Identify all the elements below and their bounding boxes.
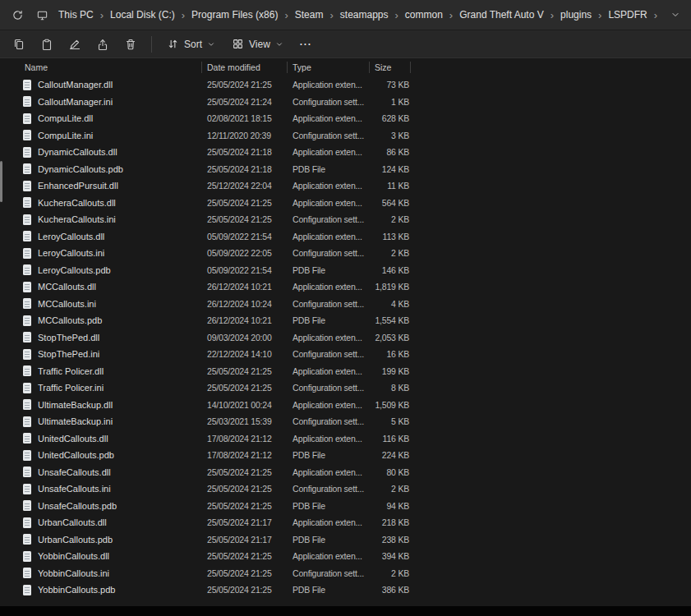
- breadcrumb-item[interactable]: Grand Theft Auto V: [454, 6, 549, 24]
- column-header-name[interactable]: Name: [0, 62, 202, 73]
- table-row[interactable]: UnitedCallouts.dll17/08/2024 21:12Applic…: [0, 430, 691, 448]
- file-name-label: UrbanCallouts.dll: [38, 517, 107, 527]
- copy-icon: [12, 38, 25, 51]
- table-row[interactable]: UrbanCallouts.pdb25/05/2024 21:17PDB Fil…: [0, 531, 691, 549]
- breadcrumb-item[interactable]: Program Files (x86): [187, 6, 283, 24]
- file-icon: [23, 181, 31, 191]
- view-button[interactable]: View: [223, 33, 292, 56]
- address-bar: This PC›Local Disk (C:)›Program Files (x…: [0, 0, 691, 30]
- share-button[interactable]: [89, 33, 117, 56]
- table-row[interactable]: LeroyCallouts.ini05/09/2022 22:05Configu…: [0, 245, 691, 262]
- file-icon: [23, 163, 31, 174]
- file-icon: [23, 349, 31, 360]
- file-name: KucheraCallouts.dll: [0, 197, 202, 208]
- file-date-modified: 22/12/2024 14:10: [202, 349, 288, 359]
- file-size: 11 KB: [370, 181, 411, 191]
- scrollbar-thumb[interactable]: [0, 161, 2, 202]
- table-row[interactable]: LeroyCallouts.dll05/09/2022 21:54Applica…: [0, 228, 691, 246]
- copy-button[interactable]: [5, 33, 33, 56]
- table-row[interactable]: MCCallouts.pdb26/12/2024 10:21PDB File1,…: [0, 312, 691, 329]
- breadcrumb-item[interactable]: LSPDFR: [603, 6, 652, 24]
- column-header-size[interactable]: Size: [370, 62, 411, 73]
- rename-button[interactable]: [61, 33, 89, 56]
- table-row[interactable]: UrbanCallouts.dll25/05/2024 21:17Applica…: [0, 514, 691, 531]
- table-row[interactable]: StopThePed.dll09/03/2024 20:00Applicatio…: [0, 329, 691, 347]
- file-date-modified: 17/08/2024 21:12: [202, 434, 288, 444]
- refresh-button[interactable]: [5, 3, 30, 26]
- column-header-row: Name Date modified Type Size: [0, 58, 691, 76]
- file-icon: [23, 416, 31, 427]
- file-type: Configuration sett...: [288, 214, 370, 224]
- column-header-date-modified[interactable]: Date modified: [202, 62, 288, 73]
- table-row[interactable]: UnitedCallouts.pdb17/08/2024 21:12PDB Fi…: [0, 447, 691, 464]
- breadcrumb-item[interactable]: This PC: [53, 6, 99, 24]
- file-name-label: MCCallouts.dll: [38, 282, 96, 292]
- table-row[interactable]: StopThePed.ini22/12/2024 14:10Configurat…: [0, 346, 691, 363]
- paste-icon: [40, 38, 53, 51]
- file-date-modified: 25/05/2024 21:25: [202, 484, 288, 494]
- file-name-label: DynamicCallouts.dll: [38, 147, 117, 157]
- file-date-modified: 26/12/2024 10:21: [202, 282, 288, 292]
- file-date-modified: 25/05/2024 21:25: [202, 551, 288, 561]
- table-row[interactable]: Traffic Policer.ini25/05/2024 21:25Confi…: [0, 379, 691, 397]
- table-row[interactable]: UnsafeCallouts.ini25/05/2024 21:25Config…: [0, 480, 691, 498]
- table-row[interactable]: UnsafeCallouts.dll25/05/2024 21:25Applic…: [0, 464, 691, 481]
- file-type: Application exten...: [288, 198, 370, 208]
- table-row[interactable]: DynamicCallouts.pdb25/05/2024 21:18PDB F…: [0, 161, 691, 178]
- file-name: StopThePed.ini: [0, 349, 202, 360]
- sort-button[interactable]: Sort: [159, 33, 223, 56]
- table-row[interactable]: CalloutManager.ini25/05/2024 21:24Config…: [0, 94, 691, 111]
- breadcrumb-item[interactable]: steamapps: [335, 6, 394, 24]
- file-name: CalloutManager.ini: [0, 96, 202, 107]
- file-name: LeroyCallouts.pdb: [0, 264, 202, 275]
- breadcrumb-item[interactable]: Local Disk (C:): [105, 6, 180, 24]
- delete-button[interactable]: [117, 33, 145, 56]
- table-row[interactable]: UnsafeCallouts.pdb25/05/2024 21:25PDB Fi…: [0, 498, 691, 515]
- file-name-label: UnsafeCallouts.dll: [38, 467, 111, 477]
- file-date-modified: 09/03/2024 20:00: [202, 333, 288, 342]
- table-row[interactable]: YobbinCallouts.dll25/05/2024 21:25Applic…: [0, 548, 691, 565]
- file-date-modified: 25/05/2024 21:25: [202, 383, 288, 393]
- trash-icon: [124, 38, 137, 51]
- table-row[interactable]: MCCallouts.dll26/12/2024 10:21Applicatio…: [0, 278, 691, 296]
- file-type: Configuration sett...: [288, 568, 370, 578]
- file-name: EnhancedPursuit.dll: [0, 181, 202, 191]
- table-row[interactable]: MCCallouts.ini26/12/2024 10:24Configurat…: [0, 296, 691, 313]
- breadcrumb-item[interactable]: Steam: [290, 6, 329, 24]
- table-row[interactable]: KucheraCallouts.dll25/05/2024 21:25Appli…: [0, 195, 691, 212]
- table-row[interactable]: DynamicCallouts.dll25/05/2024 21:18Appli…: [0, 144, 691, 161]
- address-dropdown-button[interactable]: [663, 3, 688, 26]
- table-row[interactable]: Traffic Policer.dll25/05/2024 21:25Appli…: [0, 363, 691, 380]
- table-row[interactable]: KucheraCallouts.ini25/05/2024 21:25Confi…: [0, 211, 691, 228]
- table-row[interactable]: UltimateBackup.dll14/10/2021 00:24Applic…: [0, 397, 691, 414]
- table-row[interactable]: CompuLite.dll02/08/2021 18:15Application…: [0, 110, 691, 127]
- file-type: Configuration sett...: [288, 416, 370, 426]
- breadcrumb-item[interactable]: common: [400, 6, 448, 24]
- table-row[interactable]: CalloutManager.dll25/05/2024 21:25Applic…: [0, 76, 691, 94]
- table-row[interactable]: CompuLite.ini12/11/2020 20:39Configurati…: [0, 127, 691, 145]
- file-date-modified: 12/11/2020 20:39: [202, 131, 288, 140]
- file-name-label: YobbinCallouts.dll: [38, 551, 109, 561]
- breadcrumb-item[interactable]: plugins: [555, 6, 597, 24]
- file-size: 1 KB: [370, 97, 411, 107]
- table-row[interactable]: EnhancedPursuit.dll25/12/2024 22:04Appli…: [0, 177, 691, 195]
- column-header-type[interactable]: Type: [288, 62, 370, 73]
- table-row[interactable]: YobbinCallouts.pdb25/05/2024 21:25PDB Fi…: [0, 582, 691, 599]
- file-size: 94 KB: [370, 501, 411, 511]
- table-row[interactable]: LeroyCallouts.pdb05/09/2022 21:54PDB Fil…: [0, 262, 691, 279]
- file-icon: [23, 315, 31, 326]
- file-size: 4 KB: [370, 299, 411, 309]
- file-date-modified: 26/12/2024 10:21: [202, 315, 288, 325]
- file-date-modified: 25/05/2024 21:18: [202, 147, 288, 157]
- file-name: UltimateBackup.dll: [0, 399, 202, 410]
- paste-button[interactable]: [33, 33, 61, 56]
- table-row[interactable]: UltimateBackup.ini25/03/2021 15:39Config…: [0, 413, 691, 430]
- file-icon: [23, 450, 31, 461]
- more-options-button[interactable]: ···: [292, 33, 320, 56]
- file-date-modified: 25/05/2024 21:25: [202, 80, 288, 90]
- chevron-right-icon: ›: [180, 9, 187, 21]
- file-name-label: UltimateBackup.dll: [38, 400, 113, 410]
- chevron-right-icon: ›: [597, 9, 603, 21]
- table-row[interactable]: YobbinCallouts.ini25/05/2024 21:25Config…: [0, 565, 691, 582]
- file-type: PDB File: [288, 265, 370, 275]
